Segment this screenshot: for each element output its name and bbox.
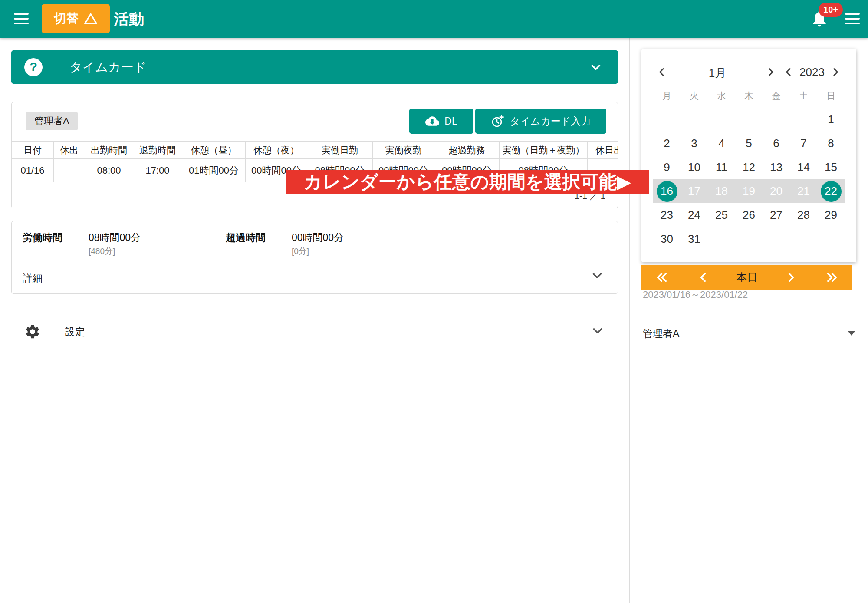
col-header: 実働日勤 [307, 142, 373, 159]
labor-time-label: 労働時間 [23, 231, 62, 244]
user-select[interactable]: 管理者A [641, 320, 861, 346]
vertical-divider [629, 38, 630, 603]
col-header: 休日出勤 [588, 142, 618, 159]
calendar-day[interactable]: 3 [681, 132, 708, 155]
calendar-day[interactable]: 15 [817, 155, 845, 179]
calendar-day[interactable]: 31 [681, 227, 708, 251]
calendar-day[interactable]: 25 [708, 203, 735, 227]
timecard-entry-button[interactable]: タイムカード入力 [475, 109, 606, 134]
overtime-label: 超過時間 [226, 231, 266, 244]
prev-month-button[interactable] [655, 66, 669, 79]
calendar-empty-cell [653, 108, 681, 132]
calendar-day-in-range[interactable]: 19 [735, 179, 763, 203]
calendar-empty-cell [681, 108, 708, 132]
col-header: 日付 [12, 142, 54, 159]
col-header: 出勤時間 [85, 142, 133, 159]
calendar-weekdays: 月 火 水 木 金 土 日 [653, 87, 845, 105]
calendar-empty-cell [735, 108, 763, 132]
calendar-day[interactable]: 26 [735, 203, 763, 227]
weekday-label: 水 [708, 87, 735, 105]
app-header: 切替 活動 10+ [0, 0, 868, 38]
weekday-label: 金 [763, 87, 790, 105]
selected-range-text: 2023/01/16～2023/01/22 [643, 288, 748, 301]
calendar-day-in-range[interactable]: 17 [681, 179, 708, 203]
calendar-panel: 1月 2023 月 火 水 木 金 土 日 1 2 [641, 49, 856, 262]
gear-icon [24, 323, 41, 340]
calendar-day-selected-start[interactable]: 16 [653, 179, 681, 203]
today-button[interactable]: 本日 [736, 270, 757, 284]
calendar-day[interactable]: 23 [653, 203, 681, 227]
page: 切替 活動 10+ ? タイムカード 管理者A DL [0, 0, 868, 603]
overflow-menu-icon[interactable] [844, 12, 861, 26]
calendar-day-in-range[interactable]: 20 [763, 179, 790, 203]
summary-card: 労働時間 08時間00分 [480分] 超過時間 00時間00分 [0分] 詳細 [11, 221, 618, 294]
first-period-icon[interactable] [654, 270, 669, 285]
calendar-day[interactable]: 8 [817, 132, 845, 155]
menu-icon[interactable] [13, 12, 30, 26]
calendar-day[interactable]: 9 [653, 155, 681, 179]
calendar-empty-cell [708, 108, 735, 132]
calendar-grid: 1 2 3 4 5 6 7 8 9 10 11 12 13 14 15 16 1… [653, 108, 845, 251]
calendar-day-in-range[interactable]: 18 [708, 179, 735, 203]
calendar-day[interactable]: 14 [790, 155, 817, 179]
calendar-day[interactable]: 30 [653, 227, 681, 251]
help-icon[interactable]: ? [24, 58, 43, 76]
dl-button-label: DL [444, 115, 457, 127]
settings-toggle[interactable]: 設定 [11, 319, 618, 345]
cell-clock-out: 17:00 [133, 159, 182, 182]
annotation-banner: カレンダーから任意の期間を選択可能▶ [286, 170, 649, 194]
weekday-label: 木 [735, 87, 763, 105]
calendar-month-label: 1月 [698, 66, 737, 81]
detail-toggle[interactable]: 詳細 [23, 272, 43, 285]
chevron-down-icon[interactable] [590, 323, 605, 338]
calendar-day-in-range[interactable]: 21 [790, 179, 817, 203]
cell-holiday-work [54, 159, 85, 182]
switch-button[interactable]: 切替 [42, 4, 110, 33]
calendar-day[interactable]: 6 [763, 132, 790, 155]
last-period-icon[interactable] [825, 270, 839, 285]
calendar-day[interactable]: 2 [653, 132, 681, 155]
calendar-day[interactable]: 28 [790, 203, 817, 227]
labor-time-value: 08時間00分 [89, 231, 141, 244]
user-select-value: 管理者A [643, 327, 679, 340]
chevron-down-icon[interactable] [590, 268, 605, 283]
settings-label: 設定 [65, 325, 85, 339]
download-button[interactable]: DL [409, 109, 473, 134]
page-title: 活動 [114, 0, 144, 38]
cell-clock-in: 08:00 [85, 159, 133, 182]
chevron-down-icon[interactable] [589, 60, 603, 75]
entry-button-label: タイムカード入力 [510, 115, 591, 128]
prev-period-icon[interactable] [696, 270, 710, 285]
cell-break-day: 01時間00分 [182, 159, 246, 182]
calendar-day[interactable]: 12 [735, 155, 763, 179]
dropdown-caret-icon [848, 331, 855, 336]
calendar-day-selected-end[interactable]: 22 [817, 179, 845, 203]
next-year-button[interactable] [829, 66, 843, 79]
clock-plus-icon [491, 114, 505, 128]
overtime-minutes: [0分] [292, 246, 309, 257]
weekday-label: 土 [790, 87, 817, 105]
calendar-year-label: 2023 [790, 66, 834, 79]
calendar-day[interactable]: 11 [708, 155, 735, 179]
calendar-day[interactable]: 5 [735, 132, 763, 155]
calendar-day[interactable]: 13 [763, 155, 790, 179]
calendar-day[interactable]: 4 [708, 132, 735, 155]
weekday-label: 火 [681, 87, 708, 105]
next-month-button[interactable] [764, 66, 778, 79]
labor-time-minutes: [480分] [89, 246, 115, 257]
user-chip: 管理者A [26, 112, 78, 130]
next-period-icon[interactable] [784, 270, 799, 285]
timecard-panel-header[interactable]: ? タイムカード [11, 50, 618, 84]
calendar-day[interactable]: 24 [681, 203, 708, 227]
col-header: 休憩（昼） [182, 142, 246, 159]
calendar-empty-cell [790, 108, 817, 132]
calendar-day[interactable]: 10 [681, 155, 708, 179]
col-header: 実働夜勤 [373, 142, 434, 159]
weekday-label: 月 [653, 87, 681, 105]
notification-badge: 10+ [819, 3, 843, 17]
calendar-day[interactable]: 1 [817, 108, 845, 132]
cell-date: 01/16 [12, 159, 54, 182]
calendar-day[interactable]: 27 [763, 203, 790, 227]
calendar-day[interactable]: 7 [790, 132, 817, 155]
calendar-day[interactable]: 29 [817, 203, 845, 227]
